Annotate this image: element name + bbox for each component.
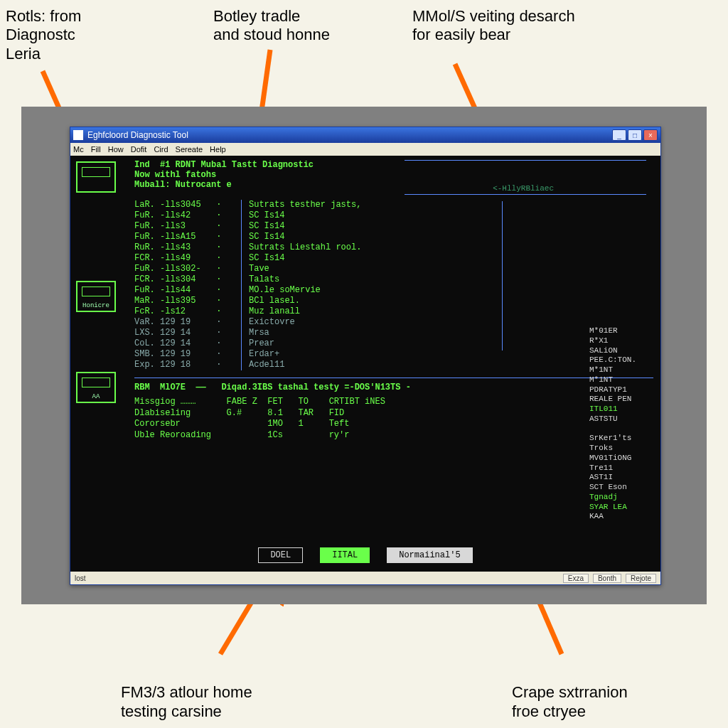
right-list-item: AST1I — [589, 473, 653, 483]
diagnostic-table: LaR. -lls3045 ·FuR. -lls42 ·FuR. -lls3 ·… — [134, 200, 653, 370]
section-rbm: RBM MlO7E —— Diqad.3IBS tashal testy =-D… — [134, 378, 653, 441]
table-row-left: LXS. 129 14 · — [134, 328, 241, 338]
table-row-right: Exictovre — [249, 317, 440, 328]
table-row-left: FuR. -lls302- · — [134, 264, 241, 274]
annotation-top-right: MMol/S veiting desarch for easily bear — [412, 7, 575, 45]
annotation-bottom-right: Crape sxtrranion froe ctryee — [512, 683, 628, 721]
table-row-right: Sutrats Liestahl rool. — [249, 242, 440, 253]
maximize-button[interactable]: □ — [628, 129, 642, 141]
right-list-item: M*1NT — [589, 365, 653, 375]
right-list-item: MV01TiONG — [589, 454, 653, 464]
right-list-item: KAA — [589, 512, 653, 522]
divider-h1 — [405, 194, 646, 195]
status-seg-3[interactable]: Rejote — [626, 574, 656, 583]
right-list-item: SALiON — [589, 346, 653, 356]
right-list-item: Tre11 — [589, 464, 653, 473]
right-list-item: REALE PEN — [589, 395, 653, 405]
titlebar[interactable]: Eghfcloord Diagnostic Tool _ □ × — [70, 127, 660, 143]
minimize-button[interactable]: _ — [612, 129, 626, 141]
table-row-left: FuR. -lls44 · — [134, 285, 241, 296]
close-button[interactable]: × — [643, 129, 658, 141]
table-row-right: Prear — [249, 338, 440, 349]
menu-dofit[interactable]: Dofit — [131, 145, 147, 154]
right-list-item: M*1NT — [589, 375, 653, 385]
section2-row: Cororsebr 1MO 1 Teft — [134, 419, 653, 430]
right-list-item: Tgnadj — [589, 493, 653, 503]
table-row-left: FCR. -lls49 · — [134, 253, 241, 264]
table-row-right: SC Is14 — [249, 221, 440, 232]
table-row-left: FCR. -lls304 · — [134, 274, 241, 285]
table-row-left: CoL. 129 14 · — [134, 338, 241, 349]
app-window: Eghfcloord Diagnostic Tool _ □ × Mc Fill… — [70, 127, 661, 585]
right-list-item: ASTSTU — [589, 414, 653, 424]
right-list-item: Troks — [589, 444, 653, 454]
menu-sereate[interactable]: Sereate — [176, 145, 203, 154]
iital-button[interactable]: IITAL — [320, 547, 370, 563]
app-icon — [73, 130, 83, 140]
table-row-right: BCl lasel. — [249, 296, 440, 306]
right-list-item: SYAR LEA — [589, 503, 653, 513]
monitor-icon[interactable]: Honicre — [76, 281, 116, 312]
table-row-left: FuR. -lls3 · — [134, 221, 241, 232]
right-list-item: R*X1 — [589, 336, 653, 346]
drive-icon[interactable] — [76, 161, 116, 193]
annotation-top-center: Botley tradle and stoud honne — [213, 7, 330, 45]
right-list-item: SrKer1'ts — [589, 434, 653, 444]
right-list-item: PEE.C:TON. — [589, 355, 653, 365]
table-row-right: Erdar+ — [249, 349, 440, 360]
menu-fill[interactable]: Fill — [91, 145, 101, 154]
button-row: DOEL IITAL Normaiinal'5 — [70, 547, 660, 563]
table-row-right: MO.le soMervie — [249, 285, 440, 296]
header-tag: <-HllyRBliaec — [493, 184, 554, 193]
table-row-right: SC Is14 — [249, 210, 440, 221]
right-side-list: M*01ERR*X1SALiONPEE.C:TON.M*1NTM*1NTPDRA… — [589, 326, 653, 522]
status-seg-2[interactable]: Bonth — [593, 574, 621, 583]
disk-icon[interactable]: AA — [76, 372, 116, 403]
table-row-right: SC Is14 — [249, 253, 440, 264]
table-row-right: Tave — [249, 264, 440, 274]
table-row-left: FcR. -ls12 · — [134, 306, 241, 317]
right-list-item — [589, 424, 653, 434]
annotation-bottom-left: FM3/3 atlour home testing carsine — [121, 683, 252, 721]
table-row-left: Exp. 129 18 · — [134, 360, 241, 370]
normal-button[interactable]: Normaiinal'5 — [387, 547, 472, 563]
terminal-header: Ind #1 RDNT Mubal Tastt Diagnostic Now w… — [134, 160, 653, 190]
window-title: Eghfcloord Diagnostic Tool — [87, 130, 612, 140]
status-seg-1[interactable]: Exza — [563, 574, 589, 583]
section2-row: Missgiog ……… FABE Z FET TO CRTIBT iNES — [134, 397, 653, 408]
status-left: lost — [75, 574, 86, 582]
section2-row: Uble Reoroading 1Cs ry'r — [134, 430, 653, 441]
terminal-area: Honicre AA Ind #1 RDNT Mubal Tastt Diagn… — [70, 156, 660, 572]
divider-v1 — [502, 201, 503, 350]
sidebar: Honicre AA — [76, 161, 119, 403]
menu-mc[interactable]: Mc — [73, 145, 84, 154]
table-row-right: Muz lanall — [249, 306, 440, 317]
table-row-left: RuR. -lls43 · — [134, 242, 241, 253]
menu-cird[interactable]: Cird — [154, 145, 168, 154]
right-list-item: ITL011 — [589, 405, 653, 414]
right-list-item: M*01ER — [589, 326, 653, 336]
table-row-left: FuR. -lls42 · — [134, 210, 241, 221]
table-row-right: Talats — [249, 274, 440, 285]
table-row-right: Mrsa — [249, 328, 440, 338]
table-row-right: Sutrats testher jasts, — [249, 200, 440, 210]
table-row-left: FuR. -llsA15 · — [134, 232, 241, 242]
table-row-left: VaR. 129 19 · — [134, 317, 241, 328]
table-row-right: Acdel11 — [249, 360, 440, 370]
divider-top — [405, 160, 646, 161]
right-list-item: SCT Eson — [589, 483, 653, 493]
statusbar: lost Exza Bonth Rejote — [70, 572, 660, 584]
table-row-left: SMB. 129 19 · — [134, 349, 241, 360]
menu-how[interactable]: How — [108, 145, 124, 154]
table-row-right: SC Is14 — [249, 232, 440, 242]
table-row-left: LaR. -lls3045 · — [134, 200, 241, 210]
menu-help[interactable]: Help — [210, 145, 226, 154]
right-list-item: PDRATYP1 — [589, 385, 653, 395]
section2-row: Dlabiseling G.# 8.1 TAR FID — [134, 408, 653, 419]
menubar: Mc Fill How Dofit Cird Sereate Help — [70, 143, 660, 156]
annotation-top-left: Rotls: from Diagnostc Leria — [6, 7, 81, 63]
table-row-left: MaR. -lls395 · — [134, 296, 241, 306]
doel-button[interactable]: DOEL — [258, 547, 303, 563]
